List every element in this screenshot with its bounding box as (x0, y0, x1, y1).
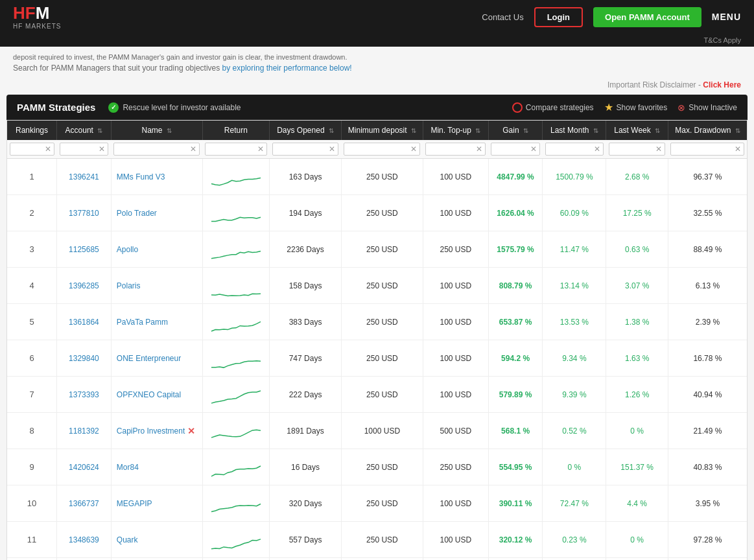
last-week-cell: 151.37 % (606, 449, 668, 485)
rescue-badge-icon[interactable]: ✕ (187, 426, 195, 436)
days-cell: 158 Days (270, 268, 342, 304)
last-month-cell: 0.23 % (543, 522, 606, 558)
table-row: 12 1406750 123 up 86 Days 250 USD 100 US… (7, 558, 747, 561)
table-row: 11 1348639 Quark 557 Days 250 USD 100 US… (7, 522, 747, 558)
account-link[interactable]: 1329840 (69, 354, 99, 363)
search-text-static: Search for PAMM Managers that suit your … (13, 64, 222, 73)
filter-rankings-clear[interactable]: ✕ (45, 145, 51, 154)
name-cell: MEGAPIP (111, 485, 202, 522)
explore-link[interactable]: by exploring their performance below! (222, 64, 352, 73)
compare-strategies-button[interactable]: Compare strategies (512, 102, 594, 113)
name-link[interactable]: OPFXNEO Capital (117, 390, 181, 399)
filter-min-deposit: ✕ (341, 140, 423, 159)
filter-min-topup-clear[interactable]: ✕ (476, 145, 482, 154)
filter-return-clear[interactable]: ✕ (257, 145, 264, 154)
gain-cell: 320.12 % (488, 522, 543, 558)
table-row: 9 1420624 Mor84 16 Days 250 USD 250 USD … (7, 449, 747, 485)
col-gain[interactable]: Gain ⇅ (488, 121, 543, 140)
max-drawdown-cell: 16.78 % (668, 340, 747, 377)
min-deposit-cell: 250 USD (341, 268, 423, 304)
account-link[interactable]: 1373393 (69, 390, 99, 399)
col-min-topup[interactable]: Min. Top-up ⇅ (423, 121, 488, 140)
filter-min-deposit-input[interactable] (344, 143, 420, 156)
name-link[interactable]: MMs Fund V3 (117, 172, 165, 181)
account-link[interactable]: 1361864 (69, 318, 99, 327)
filter-name-input[interactable] (113, 143, 200, 156)
min-topup-cell: 100 USD (423, 377, 488, 413)
account-link[interactable]: 1396241 (69, 172, 99, 181)
filter-max-drawdown-clear[interactable]: ✕ (735, 145, 741, 154)
click-here-link[interactable]: Click Here (703, 80, 741, 89)
name-link[interactable]: Polo Trader (117, 209, 157, 218)
col-max-drawdown[interactable]: Max. Drawdown ⇅ (668, 121, 747, 140)
name-cell: CapiPro Investment ✕ (111, 413, 202, 449)
filter-account-clear[interactable]: ✕ (99, 145, 105, 154)
contact-link[interactable]: Contact Us (482, 12, 523, 22)
table-row: 2 1377810 Polo Trader 194 Days 250 USD 1… (7, 195, 747, 231)
last-week-cell: 1.26 % (606, 377, 668, 413)
name-link[interactable]: PaVaTa Pamm (117, 318, 168, 327)
last-week-cell: 0 % (606, 413, 668, 449)
name-link[interactable]: MEGAPIP (117, 499, 152, 508)
table-row: 7 1373393 OPFXNEO Capital 222 Days 250 U… (7, 377, 747, 413)
filter-row: ✕ ✕ ✕ (7, 140, 747, 159)
open-pamm-button[interactable]: Open PAMM Account (593, 7, 701, 27)
days-cell: 194 Days (270, 195, 342, 231)
filter-max-drawdown: ✕ (668, 140, 747, 159)
gain-cell: 1626.04 % (488, 195, 543, 231)
account-link[interactable]: 1420624 (69, 463, 99, 472)
account-link[interactable]: 1396285 (69, 281, 99, 290)
name-link[interactable]: Mor84 (117, 463, 139, 472)
show-favorites-button[interactable]: ★ Show favorites (604, 101, 668, 113)
rank-cell: 10 (7, 485, 57, 522)
pamm-header-right: Compare strategies ★ Show favorites ⊗ Sh… (512, 101, 737, 113)
filter-last-week-clear[interactable]: ✕ (655, 145, 662, 154)
filter-last-month-clear[interactable]: ✕ (594, 145, 600, 154)
rank-cell: 4 (7, 268, 57, 304)
filter-days: ✕ (270, 140, 342, 159)
gain-cell: 579.89 % (488, 377, 543, 413)
min-topup-cell: 100 USD (423, 558, 488, 561)
account-link[interactable]: 1377810 (69, 209, 99, 218)
filter-last-week: ✕ (606, 140, 668, 159)
col-last-week[interactable]: Last Week ⇅ (606, 121, 668, 140)
login-button[interactable]: Login (534, 7, 583, 27)
account-link[interactable]: 1181392 (69, 426, 99, 436)
account-cell: 1420624 (57, 449, 112, 485)
account-link[interactable]: 1348639 (69, 535, 99, 544)
name-link[interactable]: Quark (117, 535, 138, 544)
min-deposit-cell: 250 USD (341, 485, 423, 522)
max-drawdown-cell: 40.83 % (668, 449, 747, 485)
col-min-deposit[interactable]: Minimum deposit ⇅ (341, 121, 423, 140)
col-days-opened[interactable]: Days Opened ⇅ (270, 121, 342, 140)
last-month-cell: 9.34 % (543, 340, 606, 377)
filter-min-deposit-clear[interactable]: ✕ (410, 145, 417, 154)
name-cell: Mor84 (111, 449, 202, 485)
name-link[interactable]: ONE Enterpreneur (117, 354, 181, 363)
favorites-label: Show favorites (617, 103, 668, 112)
days-cell: 86 Days (270, 558, 342, 561)
rank-cell: 3 (7, 231, 57, 268)
name-link[interactable]: CapiPro Investment (117, 426, 185, 436)
filter-gain-clear[interactable]: ✕ (530, 145, 537, 154)
filter-name-clear[interactable]: ✕ (190, 145, 196, 154)
account-cell: 1373393 (57, 377, 112, 413)
menu-button[interactable]: MENU (712, 12, 741, 22)
col-return[interactable]: Return (202, 121, 270, 140)
account-link[interactable]: 1366737 (69, 499, 99, 508)
last-week-cell: 3.07 % (606, 268, 668, 304)
sparkline-cell (202, 268, 270, 304)
name-link[interactable]: Polaris (117, 281, 141, 290)
filter-max-drawdown-input[interactable] (670, 143, 744, 156)
rank-cell: 6 (7, 340, 57, 377)
show-inactive-button[interactable]: ⊗ Show Inactive (677, 102, 737, 113)
min-deposit-cell: 250 USD (341, 195, 423, 231)
col-rankings[interactable]: Rankings (7, 121, 57, 140)
name-link[interactable]: Apollo (117, 245, 138, 254)
col-account[interactable]: Account ⇅ (57, 121, 112, 140)
sparkline-cell (202, 413, 270, 449)
filter-days-clear[interactable]: ✕ (329, 145, 335, 154)
col-last-month[interactable]: Last Month ⇅ (543, 121, 606, 140)
account-link[interactable]: 1125685 (69, 245, 99, 254)
col-name[interactable]: Name ⇅ (111, 121, 202, 140)
